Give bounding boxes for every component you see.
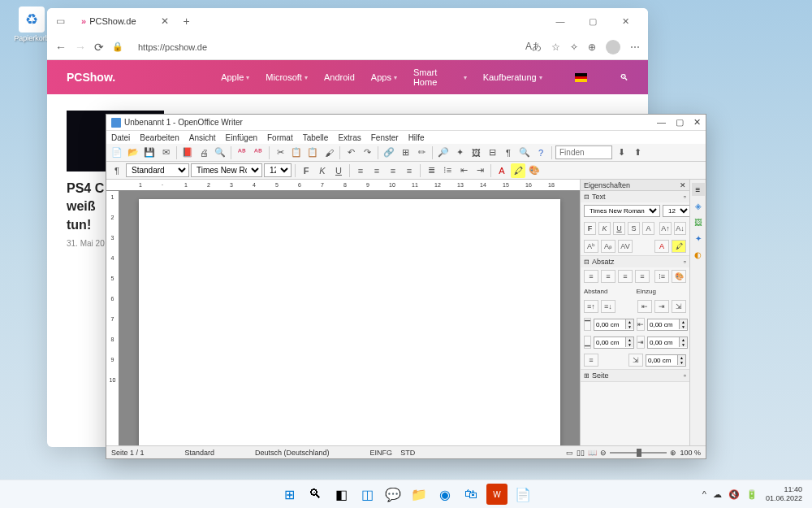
inc-space-above-icon[interactable]: ≡↑ xyxy=(584,300,598,313)
read-aloud-icon[interactable]: Aあ xyxy=(525,40,542,54)
gallery-icon[interactable]: 🖼 xyxy=(469,145,483,160)
shadow-icon[interactable]: A xyxy=(642,222,654,235)
find-prev-icon[interactable]: ⬆ xyxy=(630,145,645,160)
redo-icon[interactable]: ↷ xyxy=(360,145,374,160)
autospell-icon[interactable]: ᴬᴮ xyxy=(251,145,266,160)
menu-datei[interactable]: Datei xyxy=(111,133,130,142)
underline-icon[interactable]: U xyxy=(331,163,346,178)
close-button[interactable]: ✕ xyxy=(693,117,701,128)
print-icon[interactable]: 🖨 xyxy=(197,145,211,160)
gallery-tab-icon[interactable]: 🖼 xyxy=(692,215,705,228)
close-tab-icon[interactable]: ✕ xyxy=(161,15,169,27)
collections-icon[interactable]: ✧ xyxy=(570,41,578,53)
numbered-list-icon[interactable]: ≣ xyxy=(424,163,438,178)
preview-icon[interactable]: 🔍 xyxy=(213,145,227,160)
navigator-icon[interactable]: ✦ xyxy=(452,145,467,160)
page-indicator[interactable]: Seite 1 / 1 xyxy=(111,449,145,457)
extensions-icon[interactable]: ⊕ xyxy=(588,41,596,53)
insert-mode[interactable]: EINFG xyxy=(370,449,393,457)
font-name-select[interactable]: Times New Roman xyxy=(191,163,262,177)
writer-titlebar[interactable]: Unbenannt 1 - OpenOffice Writer — ▢ ✕ xyxy=(106,115,706,131)
menu-bearbeiten[interactable]: Bearbeiten xyxy=(140,133,179,142)
minimize-button[interactable]: — xyxy=(544,9,577,33)
font-color-icon[interactable]: A xyxy=(654,240,669,253)
minimize-button[interactable]: — xyxy=(657,117,666,128)
undo-icon[interactable]: ↶ xyxy=(343,145,358,160)
nav-apps[interactable]: Apps▾ xyxy=(371,72,397,82)
menu-fenster[interactable]: Fenster xyxy=(371,133,399,142)
indent-right-icon[interactable]: ⇥ xyxy=(637,336,645,349)
view-layout-icon[interactable]: 📖 xyxy=(588,449,597,457)
inc-indent-icon[interactable]: ⇥ xyxy=(654,300,669,313)
show-draw-icon[interactable]: ✏ xyxy=(414,145,429,160)
bg-color-icon[interactable]: 🎨 xyxy=(672,270,686,283)
style-indicator[interactable]: Standard xyxy=(185,449,215,457)
search-icon[interactable]: 🔍︎ xyxy=(304,484,326,505)
nav-apple[interactable]: Apple▾ xyxy=(221,72,249,82)
language-indicator[interactable]: Deutsch (Deutschland) xyxy=(255,449,330,457)
selection-mode[interactable]: STD xyxy=(400,449,415,457)
align-justify-icon[interactable]: ≡ xyxy=(635,270,650,283)
cut-icon[interactable]: ✂ xyxy=(273,145,287,160)
styles-icon[interactable]: ¶ xyxy=(110,163,124,178)
align-center-icon[interactable]: ≡ xyxy=(369,163,384,178)
favorite-icon[interactable]: ☆ xyxy=(551,41,560,53)
indent-left-input[interactable]: ▲▼ xyxy=(647,319,688,331)
dec-indent-icon[interactable]: ⇤ xyxy=(637,300,652,313)
navigator-tab-icon[interactable]: ✦ xyxy=(692,232,705,245)
bullet-list-icon[interactable]: ⁝≡ xyxy=(440,163,455,178)
indent-left-icon[interactable]: ⇤ xyxy=(637,318,645,331)
nav-microsoft[interactable]: Microsoft▾ xyxy=(266,72,308,82)
space-below-icon[interactable]: ▁ xyxy=(584,336,591,349)
tab-list-icon[interactable]: ▭ xyxy=(54,15,67,28)
close-panel-icon[interactable]: ✕ xyxy=(680,181,686,189)
align-justify-icon[interactable]: ≡ xyxy=(402,163,417,178)
maximize-button[interactable]: ▢ xyxy=(577,9,609,33)
close-button[interactable]: ✕ xyxy=(609,9,641,33)
find-replace-icon[interactable]: 🔎 xyxy=(436,145,451,160)
expand-icon[interactable]: ⊞ xyxy=(584,372,590,380)
hanging-indent-icon[interactable]: ⇲ xyxy=(672,300,686,313)
show-hidden-icon[interactable]: ^ xyxy=(702,489,706,500)
profile-avatar[interactable] xyxy=(606,40,620,54)
space-below-input[interactable]: ▲▼ xyxy=(594,336,634,349)
space-above-icon[interactable]: ▔ xyxy=(584,318,591,331)
refresh-button[interactable]: ⟳ xyxy=(94,41,104,54)
nonprinting-icon[interactable]: ¶ xyxy=(501,145,516,160)
italic-icon[interactable]: K xyxy=(315,163,330,178)
shrink-font-icon[interactable]: A↓ xyxy=(674,222,686,235)
clock[interactable]: 11:40 01.06.2022 xyxy=(766,485,802,503)
page-scroll-area[interactable] xyxy=(119,191,580,445)
address-bar[interactable]: https://pcshow.de xyxy=(132,42,517,52)
copy-icon[interactable]: 📋 xyxy=(289,145,304,160)
menu-hilfe[interactable]: Hilfe xyxy=(408,133,425,142)
space-above-input[interactable]: ▲▼ xyxy=(594,319,634,331)
explorer-icon[interactable]: 📁 xyxy=(408,484,430,505)
indent-more-icon[interactable]: ⇥ xyxy=(473,163,487,178)
align-right-icon[interactable]: ≡ xyxy=(386,163,400,178)
view-layout-icon[interactable]: ▯▯ xyxy=(577,449,585,457)
nav-android[interactable]: Android xyxy=(324,72,355,82)
save-icon[interactable]: 💾 xyxy=(142,145,157,160)
find-input[interactable] xyxy=(555,145,612,159)
nav-smart-home[interactable]: Smart Home▾ xyxy=(413,67,467,87)
highlight-icon[interactable]: 🖍 xyxy=(672,240,686,253)
export-pdf-icon[interactable]: 📕 xyxy=(180,145,195,160)
font-size-select[interactable]: 12 xyxy=(264,163,292,177)
back-button[interactable]: ← xyxy=(55,41,67,54)
more-icon[interactable]: ▫ xyxy=(684,258,686,266)
battery-icon[interactable]: 🔋 xyxy=(746,489,758,500)
store-icon[interactable]: 🛍 xyxy=(460,484,482,505)
menu-einfuegen[interactable]: Einfügen xyxy=(226,133,257,142)
grow-font-icon[interactable]: A↑ xyxy=(659,222,672,235)
more-icon[interactable]: ▫ xyxy=(684,193,686,201)
more-icon[interactable]: ▫ xyxy=(684,371,686,380)
language-flag-icon[interactable] xyxy=(575,73,587,82)
forward-button[interactable]: → xyxy=(75,41,86,54)
indent-right-input[interactable]: ▲▼ xyxy=(647,336,688,349)
volume-icon[interactable]: 🔇 xyxy=(728,489,740,500)
site-logo[interactable]: PCShow. xyxy=(67,71,115,84)
menu-extras[interactable]: Extras xyxy=(338,133,361,142)
underline-icon[interactable]: U xyxy=(613,222,625,235)
search-icon[interactable]: 🔍︎ xyxy=(620,72,628,82)
